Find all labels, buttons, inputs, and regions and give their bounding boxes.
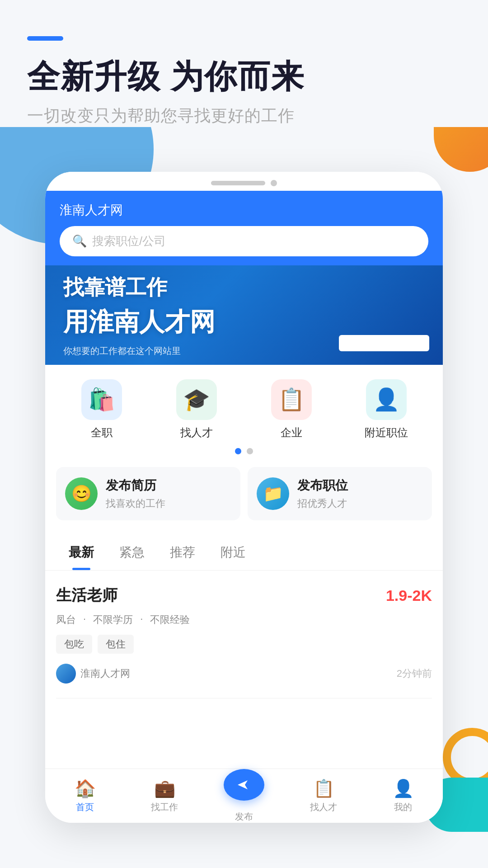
app-header: 淮南人才网 🔍 搜索职位/公司 — [45, 191, 443, 265]
nearby-icon: 👤 — [366, 379, 407, 420]
resume-text: 发布简历 找喜欢的工作 — [106, 477, 165, 510]
enterprise-icon: 📋 — [271, 379, 312, 420]
search-icon: 🔍 — [72, 234, 87, 248]
category-section: 🛍️ 全职 🎓 找人才 📋 企业 👤 附近职位 — [45, 365, 443, 460]
tag-separator2: · — [140, 613, 143, 627]
nav-profile[interactable]: 👤 我的 — [363, 769, 443, 823]
home-label: 首页 — [76, 801, 94, 813]
dot-inactive — [247, 448, 253, 454]
profile-icon: 👤 — [393, 778, 414, 798]
benefit-meals: 包吃 — [56, 635, 92, 654]
search-placeholder-text: 搜索职位/公司 — [92, 233, 166, 249]
app-name: 淮南人才网 — [60, 202, 428, 219]
find-job-icon: 💼 — [154, 778, 175, 798]
find-talent-label: 找人才 — [310, 801, 337, 813]
home-icon: 🏠 — [75, 778, 96, 798]
header-subtitle: 一切改变只为帮助您寻找更好的工作 — [27, 105, 461, 127]
tab-latest[interactable]: 最新 — [56, 535, 107, 570]
publish-button[interactable] — [224, 769, 264, 801]
tag-separator1: · — [83, 613, 86, 627]
position-icon: 📁 — [257, 477, 289, 510]
company-info: 淮南人才网 — [56, 664, 130, 684]
tab-urgent[interactable]: 紧急 — [107, 535, 157, 570]
position-text: 发布职位 招优秀人才 — [297, 477, 348, 510]
dot-active — [235, 448, 241, 454]
nav-find-job[interactable]: 💼 找工作 — [125, 769, 204, 823]
banner-line1: 找靠谱工作 — [63, 274, 425, 302]
find-job-label: 找工作 — [151, 801, 178, 813]
header-dash — [27, 36, 63, 41]
phone-mockup: 淮南人才网 🔍 搜索职位/公司 找靠谱工作 用淮南人才网 你想要的工作都在这个网… — [45, 172, 443, 823]
dot-indicators — [54, 440, 434, 460]
tab-nearby[interactable]: 附近 — [208, 535, 258, 570]
tabs-section: 最新 紧急 推荐 附近 — [45, 535, 443, 571]
nav-publish[interactable]: 发布 — [204, 769, 284, 823]
talent-label: 找人才 — [180, 425, 213, 440]
company-name: 淮南人才网 — [80, 667, 130, 680]
resume-icon: 😊 — [65, 477, 98, 510]
talent-icon: 🎓 — [176, 379, 217, 420]
action-card-position[interactable]: 📁 发布职位 招优秀人才 — [248, 467, 432, 520]
job-tag-location: 凤台 — [56, 613, 76, 627]
publish-icon — [235, 776, 253, 794]
phone-notch — [211, 181, 265, 185]
action-card-resume[interactable]: 😊 发布简历 找喜欢的工作 — [56, 467, 240, 520]
job-salary: 1.9-2K — [386, 587, 432, 604]
header-area: 全新升级 为你而来 一切改变只为帮助您寻找更好的工作 — [0, 0, 488, 127]
tab-recommended[interactable]: 推荐 — [157, 535, 208, 570]
resume-title: 发布简历 — [106, 477, 165, 494]
banner: 找靠谱工作 用淮南人才网 你想要的工作都在这个网站里 — [45, 265, 443, 365]
nav-find-talent[interactable]: 📋 找人才 — [284, 769, 363, 823]
category-item-talent[interactable]: 🎓 找人才 — [165, 379, 228, 440]
category-item-nearby[interactable]: 👤 附近职位 — [355, 379, 418, 440]
header-title: 全新升级 为你而来 — [27, 57, 461, 96]
publish-label: 发布 — [235, 811, 253, 823]
position-subtitle: 招优秀人才 — [297, 497, 348, 510]
tabs-row: 最新 紧急 推荐 附近 — [56, 535, 432, 570]
job-tag-experience: 不限经验 — [150, 613, 190, 627]
job-tag-education: 不限学历 — [93, 613, 133, 627]
action-cards: 😊 发布简历 找喜欢的工作 📁 发布职位 招优秀人才 — [45, 460, 443, 528]
search-bar[interactable]: 🔍 搜索职位/公司 — [60, 226, 428, 256]
category-item-fulltime[interactable]: 🛍️ 全职 — [70, 379, 133, 440]
bottom-nav: 🏠 首页 💼 找工作 发布 📋 找人才 👤 我的 — [45, 769, 443, 823]
profile-label: 我的 — [394, 801, 412, 813]
nearby-label: 附近职位 — [365, 425, 408, 440]
job-benefits-row: 包吃 包住 — [56, 635, 432, 654]
company-logo — [56, 664, 76, 684]
resume-subtitle: 找喜欢的工作 — [106, 497, 165, 510]
job-card[interactable]: 生活老师 1.9-2K 凤台 · 不限学历 · 不限经验 包吃 包住 淮南人才网… — [56, 571, 432, 698]
phone-notch-dot — [271, 180, 277, 186]
job-footer: 淮南人才网 2分钟前 — [56, 664, 432, 684]
category-row: 🛍️ 全职 🎓 找人才 📋 企业 👤 附近职位 — [54, 379, 434, 440]
find-talent-icon: 📋 — [313, 778, 334, 798]
position-title: 发布职位 — [297, 477, 348, 494]
category-item-enterprise[interactable]: 📋 企业 — [260, 379, 323, 440]
banner-search-box — [339, 335, 429, 351]
enterprise-label: 企业 — [281, 425, 302, 440]
benefit-housing: 包住 — [98, 635, 134, 654]
banner-line2: 用淮南人才网 — [63, 305, 425, 340]
post-time: 2分钟前 — [397, 667, 432, 680]
nav-home[interactable]: 🏠 首页 — [45, 769, 125, 823]
job-title-row: 生活老师 1.9-2K — [56, 585, 432, 606]
fulltime-label: 全职 — [91, 425, 113, 440]
fulltime-icon: 🛍️ — [81, 379, 122, 420]
phone-notch-bar — [45, 172, 443, 191]
job-title: 生活老师 — [56, 585, 117, 606]
job-tags-row: 凤台 · 不限学历 · 不限经验 — [56, 613, 432, 627]
